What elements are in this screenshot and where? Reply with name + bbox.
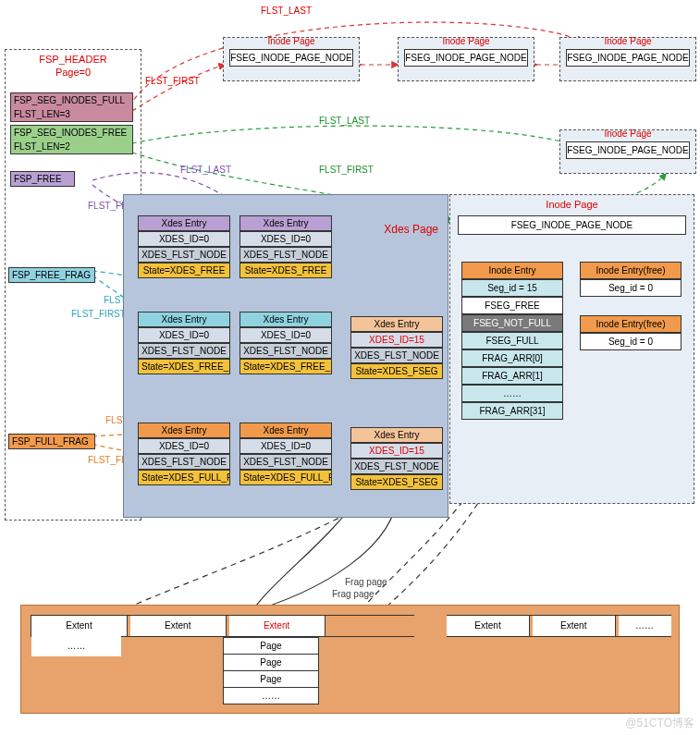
- label-flst-last: FLST_LAST: [261, 6, 312, 16]
- xdes-id: XDES_ID=0: [138, 438, 230, 454]
- inode-entry-free-2: Inode Entry(free) Seg_id = 0: [580, 315, 682, 350]
- inode-page-title: Inode Page: [560, 36, 695, 46]
- xdes-entry-free-a: Xdes Entry XDES_ID=0 XDES_FLST_NODE Stat…: [138, 215, 230, 278]
- extent-dots: ……: [619, 616, 671, 636]
- xdes-state: State=XDES_FREE_FRAG: [239, 359, 332, 374]
- seg-inodes-free-name: FSP_SEG_INODES_FREE: [11, 126, 132, 140]
- extent-cell: Extent: [130, 616, 227, 636]
- xdes-flst-node: XDES_FLST_NODE: [239, 247, 332, 263]
- inode-page-title: Inode Page: [560, 129, 695, 139]
- inode-entry-fsegfull: FSEG_FULL: [461, 332, 563, 349]
- block-seg-inodes-full: FSP_SEG_INODES_FULL FLST_LEN=3: [10, 92, 133, 122]
- inode-entry-free-title: Inode Entry(free): [580, 315, 682, 333]
- xdes-entry-header: Xdes Entry: [239, 312, 332, 327]
- xdes-flst-node: XDES_FLST_NODE: [138, 343, 230, 359]
- xdes-flst-node: XDES_FLST_NODE: [239, 454, 332, 470]
- block-fsp-free-frag: FSP_FREE_FRAG: [8, 267, 95, 283]
- block-seg-inodes-free: FSP_SEG_INODES_FREE FLST_LEN=2: [10, 125, 133, 154]
- xdes-state: State=XDES_FREE: [239, 263, 332, 278]
- xdes-entry-header: Xdes Entry: [350, 427, 443, 443]
- inode-page-3: Inode Page FSEG_INODE_PAGE_NODE: [559, 37, 696, 81]
- inode-entry-free-title: Inode Entry(free): [580, 262, 682, 279]
- inode-page-node: FSEG_INODE_PAGE_NODE: [566, 141, 690, 159]
- xdes-entry-freefrag-b: Xdes Entry XDES_ID=0 XDES_FLST_NODE Stat…: [239, 312, 332, 374]
- xdes-entry-fullfrag-a: Xdes Entry XDES_ID=0 XDES_FLST_NODE Stat…: [138, 423, 230, 485]
- xdes-flst-node: XDES_FLST_NODE: [350, 459, 443, 474]
- inode-entry-arr1: FRAG_ARR[1]: [461, 367, 563, 385]
- xdes-flst-node: XDES_FLST_NODE: [350, 348, 443, 363]
- extent-cell: Extent: [533, 616, 616, 636]
- extent-cell-red: Extent: [229, 616, 325, 636]
- xdes-entry-header: Xdes Entry: [350, 316, 443, 332]
- xdes-id: XDES_ID=0: [239, 231, 332, 247]
- xdes-id: XDES_ID=0: [138, 327, 230, 343]
- inode-entry-notfull: FSEG_NOT_FULL: [461, 314, 563, 332]
- xdes-state: State=XDES_FSEG: [350, 363, 443, 379]
- watermark: @51CTO博客: [625, 716, 694, 731]
- xdes-id: XDES_ID=15: [350, 443, 443, 459]
- extent-panel: Extent Extent Extent …… Extent Extent ………: [20, 605, 680, 714]
- inode-page-node: FSEG_INODE_PAGE_NODE: [404, 49, 528, 67]
- inode-entry-title: Inode Entry: [461, 262, 563, 279]
- inode-entry-seg0: Seg_id = 0: [580, 279, 682, 297]
- extent-dots: ……: [31, 636, 121, 656]
- xdes-entry-header: Xdes Entry: [138, 215, 230, 231]
- page-cell: Page: [223, 671, 319, 688]
- xdes-entry-header: Xdes Entry: [138, 423, 230, 438]
- page-stack: Page Page Page ……: [223, 637, 319, 704]
- block-fsp-full-frag: FSP_FULL_FRAG: [8, 434, 95, 449]
- inode-entry-segid: Seg_id = 15: [461, 279, 563, 297]
- inode-page-1: Inode Page FSEG_INODE_PAGE_NODE: [223, 37, 360, 81]
- seg-inodes-free-len: FLST_LEN=2: [11, 140, 132, 153]
- page-dots: ……: [223, 688, 319, 704]
- fsp-free-name: FSP_FREE: [11, 172, 74, 186]
- xdes-flst-node: XDES_FLST_NODE: [138, 454, 230, 470]
- inode-page-title: Inode Page: [224, 36, 359, 46]
- extent-cell: Extent: [447, 616, 530, 636]
- xdes-flst-node: XDES_FLST_NODE: [239, 343, 332, 359]
- inode-page-title: Inode Page: [399, 36, 534, 46]
- xdes-entry-fseg-2: Xdes Entry XDES_ID=15 XDES_FLST_NODE Sta…: [350, 427, 443, 490]
- fsp-full-frag-name: FSP_FULL_FRAG: [9, 435, 94, 448]
- label-flst-last-g: FLST_LAST: [319, 116, 370, 126]
- inode-page-green-1: Inode Page FSEG_INODE_PAGE_NODE: [559, 129, 696, 174]
- xdes-entry-header: Xdes Entry: [239, 215, 332, 231]
- xdes-id: XDES_ID=15: [350, 332, 443, 348]
- fsp-header-panel: FSP_HEADER Page=0 FSP_SEG_INODES_FULL FL…: [5, 49, 141, 521]
- extent-cell: Extent: [31, 616, 128, 636]
- fsp-header-title: FSP_HEADER Page=0: [6, 50, 141, 83]
- xdes-entry-fullfrag-b: Xdes Entry XDES_ID=0 XDES_FLST_NODE Stat…: [239, 423, 332, 485]
- xdes-entry-free-b: Xdes Entry XDES_ID=0 XDES_FLST_NODE Stat…: [239, 215, 332, 278]
- inode-page-main: Inode Page FSEG_INODE_PAGE_NODE Inode En…: [449, 194, 694, 504]
- xdes-state: State=XDES_FULL_FRAG: [239, 470, 332, 485]
- inode-entry-main: Inode Entry Seg_id = 15 FSEG_FREE FSEG_N…: [461, 262, 563, 420]
- label-flst-last-v: FLST_LAST: [180, 165, 231, 175]
- xdes-id: XDES_ID=0: [239, 327, 332, 343]
- inode-page-2: Inode Page FSEG_INODE_PAGE_NODE: [398, 37, 534, 81]
- xdes-state: State=XDES_FULL_FRAG: [138, 470, 230, 485]
- xdes-entry-header: Xdes Entry: [138, 312, 230, 327]
- inode-entry-seg0: Seg_id = 0: [580, 333, 682, 350]
- inode-entry-free-1: Inode Entry(free) Seg_id = 0: [580, 262, 682, 297]
- inode-entry-dots: ……: [461, 385, 563, 402]
- label-flst-first-g: FLST_FIRST: [319, 165, 374, 175]
- xdes-page: Xdes Page Xdes Entry XDES_ID=0 XDES_FLST…: [123, 194, 448, 518]
- page-cell: Page: [223, 655, 319, 671]
- inode-entry-arr31: FRAG_ARR[31]: [461, 402, 563, 420]
- label-flst-first: FLST_FIRST: [145, 76, 200, 86]
- xdes-id: XDES_ID=0: [239, 438, 332, 454]
- xdes-flst-node: XDES_FLST_NODE: [138, 247, 230, 263]
- xdes-page-title: Xdes Page: [384, 223, 438, 236]
- xdes-state: State=XDES_FSEG: [350, 474, 443, 490]
- inode-page-node: FSEG_INODE_PAGE_NODE: [229, 49, 353, 67]
- xdes-state: State=XDES_FREE_FRAG: [138, 359, 230, 374]
- inode-entry-fsegfree: FSEG_FREE: [461, 297, 563, 314]
- xdes-state: State=XDES_FREE: [138, 263, 230, 278]
- xdes-id: XDES_ID=0: [138, 231, 230, 247]
- block-fsp-free: FSP_FREE: [10, 171, 75, 187]
- xdes-entry-fseg-1: Xdes Entry XDES_ID=15 XDES_FLST_NODE Sta…: [350, 316, 443, 379]
- inode-page-node: FSEG_INODE_PAGE_NODE: [458, 215, 686, 235]
- seg-inodes-full-name: FSP_SEG_INODES_FULL: [11, 93, 132, 107]
- seg-inodes-full-len: FLST_LEN=3: [11, 107, 132, 121]
- label-frag-page-2: Frag page: [332, 589, 375, 599]
